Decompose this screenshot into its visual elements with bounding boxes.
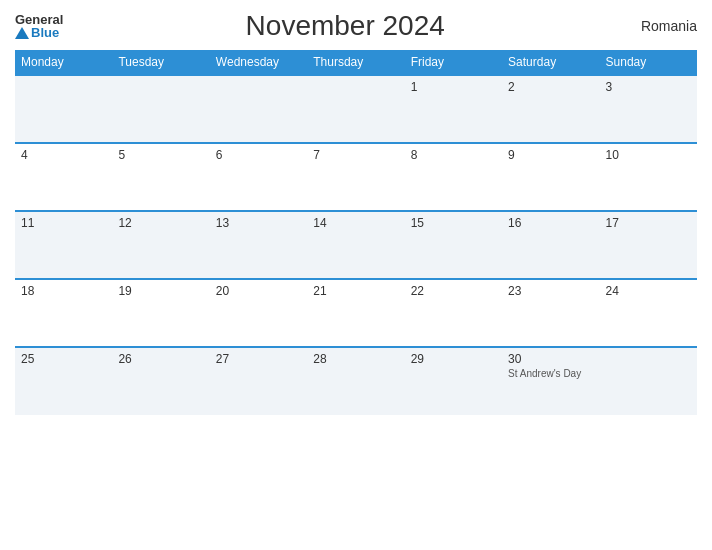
day-cell-5-5: 29	[405, 347, 502, 415]
day-cell-3-3: 13	[210, 211, 307, 279]
day-number: 26	[118, 352, 203, 366]
week-row-5: 252627282930St Andrew's Day	[15, 347, 697, 415]
logo-blue-text: Blue	[15, 26, 63, 39]
day-number: 8	[411, 148, 496, 162]
day-cell-3-4: 14	[307, 211, 404, 279]
calendar-header: General Blue November 2024 Romania	[15, 10, 697, 42]
day-cell-1-5: 1	[405, 75, 502, 143]
day-cell-4-6: 23	[502, 279, 599, 347]
day-number: 30	[508, 352, 593, 366]
day-number: 20	[216, 284, 301, 298]
day-number: 1	[411, 80, 496, 94]
day-cell-2-7: 10	[600, 143, 697, 211]
calendar-page: General Blue November 2024 Romania Monda…	[0, 0, 712, 550]
day-number: 10	[606, 148, 691, 162]
day-cell-5-1: 25	[15, 347, 112, 415]
day-number: 28	[313, 352, 398, 366]
calendar-title: November 2024	[63, 10, 627, 42]
day-number: 21	[313, 284, 398, 298]
day-cell-5-4: 28	[307, 347, 404, 415]
day-number: 15	[411, 216, 496, 230]
day-cell-2-1: 4	[15, 143, 112, 211]
day-number: 23	[508, 284, 593, 298]
header-thursday: Thursday	[307, 50, 404, 75]
week-row-2: 45678910	[15, 143, 697, 211]
day-cell-4-3: 20	[210, 279, 307, 347]
day-number: 12	[118, 216, 203, 230]
day-cell-5-6: 30St Andrew's Day	[502, 347, 599, 415]
day-cell-3-6: 16	[502, 211, 599, 279]
day-number: 22	[411, 284, 496, 298]
day-number: 18	[21, 284, 106, 298]
day-number: 14	[313, 216, 398, 230]
day-cell-1-6: 2	[502, 75, 599, 143]
calendar-table: Monday Tuesday Wednesday Thursday Friday…	[15, 50, 697, 415]
day-cell-2-5: 8	[405, 143, 502, 211]
day-number: 25	[21, 352, 106, 366]
day-cell-2-3: 6	[210, 143, 307, 211]
day-number: 27	[216, 352, 301, 366]
country-label: Romania	[627, 18, 697, 34]
day-cell-5-3: 27	[210, 347, 307, 415]
day-cell-4-7: 24	[600, 279, 697, 347]
week-row-3: 11121314151617	[15, 211, 697, 279]
header-friday: Friday	[405, 50, 502, 75]
logo: General Blue	[15, 13, 63, 39]
day-cell-2-2: 5	[112, 143, 209, 211]
day-cell-3-1: 11	[15, 211, 112, 279]
header-tuesday: Tuesday	[112, 50, 209, 75]
header-sunday: Sunday	[600, 50, 697, 75]
day-number: 4	[21, 148, 106, 162]
day-cell-1-1	[15, 75, 112, 143]
day-number: 6	[216, 148, 301, 162]
day-number: 13	[216, 216, 301, 230]
day-number: 7	[313, 148, 398, 162]
day-cell-2-6: 9	[502, 143, 599, 211]
day-cell-3-7: 17	[600, 211, 697, 279]
week-row-1: 123	[15, 75, 697, 143]
day-cell-1-2	[112, 75, 209, 143]
day-cell-4-4: 21	[307, 279, 404, 347]
day-number: 24	[606, 284, 691, 298]
day-number: 2	[508, 80, 593, 94]
day-number: 17	[606, 216, 691, 230]
day-cell-1-4	[307, 75, 404, 143]
header-monday: Monday	[15, 50, 112, 75]
day-cell-4-5: 22	[405, 279, 502, 347]
header-saturday: Saturday	[502, 50, 599, 75]
header-wednesday: Wednesday	[210, 50, 307, 75]
day-number: 9	[508, 148, 593, 162]
logo-triangle-icon	[15, 27, 29, 39]
week-row-4: 18192021222324	[15, 279, 697, 347]
day-cell-3-2: 12	[112, 211, 209, 279]
day-number: 16	[508, 216, 593, 230]
day-number: 5	[118, 148, 203, 162]
calendar-body: 1234567891011121314151617181920212223242…	[15, 75, 697, 415]
day-cell-5-7	[600, 347, 697, 415]
day-number: 11	[21, 216, 106, 230]
day-number: 19	[118, 284, 203, 298]
day-cell-5-2: 26	[112, 347, 209, 415]
holiday-label: St Andrew's Day	[508, 368, 593, 379]
day-cell-4-2: 19	[112, 279, 209, 347]
day-number: 29	[411, 352, 496, 366]
weekday-header-row: Monday Tuesday Wednesday Thursday Friday…	[15, 50, 697, 75]
day-cell-1-7: 3	[600, 75, 697, 143]
day-cell-2-4: 7	[307, 143, 404, 211]
day-cell-4-1: 18	[15, 279, 112, 347]
day-number: 3	[606, 80, 691, 94]
day-cell-1-3	[210, 75, 307, 143]
day-cell-3-5: 15	[405, 211, 502, 279]
